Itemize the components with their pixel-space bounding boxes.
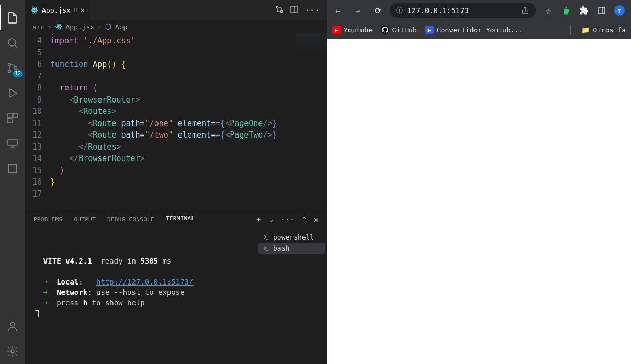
back-button[interactable]: ← <box>330 3 346 18</box>
breadcrumb-folder: src <box>32 23 44 31</box>
url-text: 127.0.0.1:5173 <box>407 6 517 15</box>
site-info-icon[interactable]: ⓘ <box>396 6 403 15</box>
browser-toolbar: ← → ⟳ ⓘ 127.0.0.1:5173 ☆ m <box>327 0 631 21</box>
breadcrumb-symbol: App <box>115 23 127 31</box>
maximize-panel-icon[interactable]: ⌃ <box>302 215 307 224</box>
forward-button[interactable]: → <box>350 3 366 18</box>
chevron-right-icon: › <box>97 23 102 31</box>
symbol-icon <box>105 23 112 30</box>
profile-avatar[interactable]: m <box>613 4 626 17</box>
line-number-gutter: 4 5 6 7 8 9 10 11 12 13 14 15 16 17 <box>25 33 50 210</box>
window-icon[interactable] <box>0 156 25 181</box>
youtube-icon: ▶ <box>332 26 341 34</box>
code-content[interactable]: import './App.css' function App() { retu… <box>50 33 327 210</box>
react-file-icon <box>55 23 62 30</box>
terminal-bash[interactable]: bash <box>258 243 325 254</box>
svg-point-2 <box>8 70 11 73</box>
svg-point-0 <box>8 39 16 46</box>
new-terminal-icon[interactable]: ＋ <box>255 214 263 224</box>
terminal-cursor <box>35 310 39 317</box>
svg-rect-4 <box>8 113 12 118</box>
svg-rect-8 <box>9 165 17 173</box>
chevron-right-icon: › <box>48 23 52 31</box>
bookmark-youtube[interactable]: ▶ YouTube <box>332 26 373 34</box>
svg-point-11 <box>34 9 36 11</box>
svg-rect-6 <box>8 119 12 123</box>
browser-window: ← → ⟳ ⓘ 127.0.0.1:5173 ☆ m <box>327 0 631 364</box>
tab-filename: App.jsx <box>42 6 71 14</box>
tab-dirty-indicator: U <box>74 7 77 14</box>
bookmarks-bar: ▶ YouTube GitHub ▶ Convertidor Youtub...… <box>327 21 631 39</box>
breadcrumb[interactable]: src › App.jsx › App <box>25 20 327 33</box>
svg-point-9 <box>10 322 15 326</box>
tab-debug-console[interactable]: DEBUG CONSOLE <box>107 216 154 223</box>
terminal-shell-icon <box>263 245 270 252</box>
svg-rect-5 <box>13 113 17 118</box>
bookmark-convertidor[interactable]: ▶ Convertidor Youtub... <box>425 26 523 34</box>
bookmark-folder-otros[interactable]: 📁 Otros fa <box>581 26 626 34</box>
editor-area: App.jsx U ✕ ··· src › App.jsx › App 4 <box>25 0 327 364</box>
more-actions-icon[interactable]: ··· <box>305 5 320 15</box>
panel-tabs: PROBLEMS OUTPUT DEBUG CONSOLE TERMINAL ＋… <box>25 210 327 229</box>
bookmark-divider <box>570 25 571 35</box>
tab-close-icon[interactable]: ✕ <box>80 6 84 14</box>
svg-rect-7 <box>8 139 17 145</box>
browser-viewport[interactable] <box>327 39 631 364</box>
activity-bar: 12 <box>0 0 25 364</box>
run-debug-icon[interactable] <box>0 81 25 106</box>
terminal-shell-icon <box>263 234 270 241</box>
minimap[interactable] <box>296 33 327 54</box>
svg-point-18 <box>58 26 59 27</box>
close-panel-icon[interactable]: ✕ <box>314 215 319 224</box>
svg-rect-22 <box>599 7 605 14</box>
svg-point-3 <box>15 67 17 70</box>
svg-point-10 <box>11 350 14 353</box>
tab-output[interactable]: OUTPUT <box>74 216 96 223</box>
reload-button[interactable]: ⟳ <box>370 3 386 18</box>
tab-terminal[interactable]: TERMINAL <box>166 215 195 224</box>
vscode-window: 12 App.jsx U ✕ <box>0 0 327 364</box>
terminal-list: powershell bash <box>256 229 327 364</box>
side-panel-icon[interactable] <box>595 4 608 17</box>
github-icon <box>381 26 389 34</box>
react-file-icon <box>30 6 39 14</box>
source-control-icon[interactable]: 12 <box>0 55 25 81</box>
terminal-output[interactable]: VITE v4.2.1 ready in 5385 ms ➜ Local: ht… <box>25 229 256 364</box>
extension-icon[interactable] <box>560 4 572 17</box>
source-control-badge: 12 <box>13 70 23 77</box>
remote-icon[interactable] <box>0 131 25 156</box>
search-icon[interactable] <box>0 30 25 55</box>
bookmark-github[interactable]: GitHub <box>381 26 417 34</box>
tab-actions: ··· <box>275 5 327 15</box>
address-bar[interactable]: ⓘ 127.0.0.1:5173 <box>390 3 536 18</box>
terminal-dropdown-icon[interactable]: ⌄ <box>270 217 273 222</box>
svg-point-15 <box>276 6 278 8</box>
explorer-icon[interactable] <box>0 5 25 30</box>
bottom-panel: PROBLEMS OUTPUT DEBUG CONSOLE TERMINAL ＋… <box>25 210 327 364</box>
extensions-puzzle-icon[interactable] <box>578 4 590 17</box>
svg-point-1 <box>8 64 11 66</box>
share-icon[interactable] <box>521 6 529 15</box>
tab-app-jsx[interactable]: App.jsx U ✕ <box>25 0 90 20</box>
svg-point-16 <box>280 10 282 12</box>
code-editor[interactable]: 4 5 6 7 8 9 10 11 12 13 14 15 16 17 impo… <box>25 33 327 210</box>
terminal-powershell[interactable]: powershell <box>258 232 325 243</box>
settings-icon[interactable] <box>0 339 25 364</box>
more-panel-actions-icon[interactable]: ··· <box>280 215 295 224</box>
bookmark-star-icon[interactable]: ☆ <box>542 4 555 17</box>
account-icon[interactable] <box>0 314 25 339</box>
split-editor-icon[interactable] <box>290 5 298 15</box>
tab-bar: App.jsx U ✕ ··· <box>25 0 327 20</box>
compare-changes-icon[interactable] <box>275 5 284 15</box>
convertidor-icon: ▶ <box>425 26 434 34</box>
extensions-icon[interactable] <box>0 106 25 131</box>
tab-problems[interactable]: PROBLEMS <box>33 216 62 223</box>
folder-icon: 📁 <box>581 26 590 34</box>
breadcrumb-file: App.jsx <box>65 23 94 31</box>
